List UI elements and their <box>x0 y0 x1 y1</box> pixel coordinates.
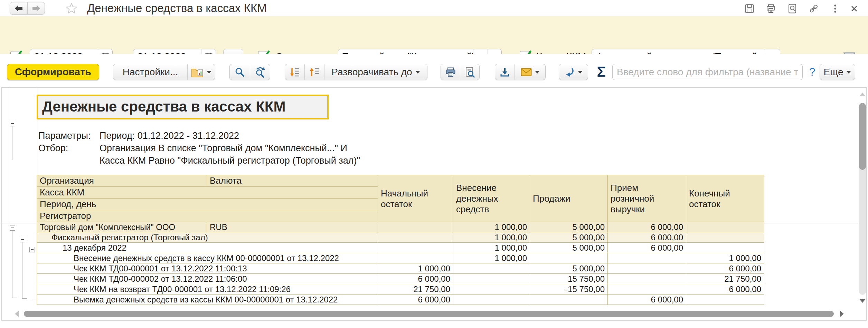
cell-deposit[interactable] <box>453 274 530 284</box>
cell-closing[interactable] <box>686 232 764 243</box>
collapse-organization-group-button[interactable] <box>10 225 15 231</box>
preview-button[interactable] <box>460 64 479 80</box>
vertical-scrollbar-thumb[interactable] <box>859 103 866 170</box>
cell-closing[interactable]: 1 000,00 <box>686 253 764 263</box>
cell-name[interactable]: Выемка денежных средств из кассы ККМ 00-… <box>37 295 378 305</box>
report-variants-button[interactable] <box>187 64 215 80</box>
filter-word-input[interactable] <box>612 64 803 80</box>
cell-opening[interactable] <box>378 232 453 243</box>
cell-opening[interactable]: 6 000,00 <box>378 295 453 305</box>
header-organization[interactable]: Организация <box>37 175 207 187</box>
report-title-cell[interactable]: Денежные средства в кассах ККМ <box>37 95 329 119</box>
cell-closing[interactable]: 6 000,00 <box>686 263 764 274</box>
freeze-line-left <box>2 223 36 223</box>
search-button[interactable] <box>230 64 250 80</box>
undo-button[interactable] <box>559 64 588 80</box>
expand-to-button[interactable]: Разворачивать до <box>324 64 427 80</box>
cell-name[interactable]: Чек ККМ на возврат ТД00-000001 от 13.12.… <box>37 284 378 295</box>
get-link-button[interactable] <box>808 3 820 15</box>
cell-sales[interactable]: 5 000,00 <box>530 243 608 253</box>
cell-retail[interactable] <box>608 253 686 263</box>
cell-closing[interactable]: 21 750,00 <box>686 274 764 284</box>
cell-deposit[interactable]: 1 000,00 <box>453 253 530 263</box>
cell-sales[interactable]: 5 000,00 <box>530 263 608 274</box>
cell-currency[interactable]: RUB <box>207 222 378 232</box>
close-button[interactable] <box>848 3 860 15</box>
header-period-day[interactable]: Период, день <box>37 199 378 210</box>
cell-name[interactable]: Чек ККМ ТД00-000001 от 13.12.2022 11:00:… <box>37 263 378 274</box>
cell-retail[interactable]: 6 000,00 <box>608 243 686 253</box>
cell-retail[interactable] <box>608 274 686 284</box>
more-group: Еще <box>820 64 855 80</box>
cell-retail[interactable]: 6 000,00 <box>608 295 686 305</box>
cell-deposit[interactable]: 1 000,00 <box>453 222 530 232</box>
collapse-cashbox-group-button[interactable] <box>20 237 25 242</box>
print-preview-button[interactable] <box>786 3 798 15</box>
header-retail-receipts[interactable]: Прием розничной выручки <box>608 175 686 222</box>
cell-opening[interactable] <box>378 253 453 263</box>
cell-retail[interactable]: 6 000,00 <box>608 232 686 243</box>
cell-name[interactable]: Чек ККМ ТД00-000002 от 13.12.2022 11:06:… <box>37 274 378 284</box>
cell-closing[interactable] <box>686 243 764 253</box>
collapse-day-group-button[interactable] <box>29 247 35 252</box>
cell-sales[interactable]: 5 000,00 <box>530 232 608 243</box>
more-menu-button[interactable] <box>829 3 841 15</box>
cell-closing[interactable] <box>686 222 764 232</box>
send-email-button[interactable] <box>515 64 545 80</box>
scroll-right-arrow[interactable] <box>840 311 844 317</box>
cell-name[interactable]: Фискальный регистратор (Торговый зал) <box>37 232 378 243</box>
scroll-left-arrow[interactable] <box>15 311 19 317</box>
filter-label: Отбор: <box>38 142 68 154</box>
back-button[interactable] <box>10 2 27 14</box>
print-report-button[interactable] <box>441 64 460 80</box>
scroll-up-arrow[interactable] <box>859 93 866 96</box>
scroll-down-arrow[interactable] <box>859 299 866 303</box>
cell-deposit[interactable]: 1 000,00 <box>453 243 530 253</box>
save-button[interactable] <box>744 3 755 15</box>
cell-opening[interactable]: 21 750,00 <box>378 284 453 295</box>
save-file-button[interactable] <box>495 64 515 80</box>
settings-button[interactable]: Настройки... <box>113 64 187 80</box>
cell-name[interactable]: Торговый дом "Комплексный" ООО <box>37 222 207 232</box>
cell-name[interactable]: Внесение денежных средств в кассу ККМ 00… <box>37 253 378 263</box>
cell-sales[interactable]: 5 000,00 <box>530 222 608 232</box>
favorite-star-icon[interactable] <box>66 2 77 14</box>
search-next-button[interactable] <box>250 64 270 80</box>
cell-deposit[interactable] <box>453 295 530 305</box>
header-opening-balance[interactable]: Начальный остаток <box>378 175 453 222</box>
cell-sales[interactable] <box>530 295 608 305</box>
help-link[interactable]: ? <box>807 64 817 80</box>
forward-button[interactable] <box>27 2 45 14</box>
cell-deposit[interactable] <box>453 284 530 295</box>
cell-name[interactable]: 13 декабря 2022 <box>37 243 378 253</box>
cell-deposit[interactable]: 1 000,00 <box>453 232 530 243</box>
cell-opening[interactable]: 6 000,00 <box>378 274 453 284</box>
header-cash-deposit[interactable]: Внесение денежных средств <box>453 175 530 222</box>
cell-retail[interactable] <box>608 263 686 274</box>
sum-button[interactable]: Σ <box>593 62 610 80</box>
cell-sales[interactable]: -15 750,00 <box>530 284 608 295</box>
collapse-header-group-button[interactable] <box>10 121 15 126</box>
search-icon <box>234 67 245 78</box>
header-registrar[interactable]: Регистратор <box>37 210 378 222</box>
cell-retail[interactable] <box>608 284 686 295</box>
cell-opening[interactable]: 1 000,00 <box>378 263 453 274</box>
header-kkm-cashbox[interactable]: Касса ККМ <box>37 187 378 199</box>
cell-retail[interactable]: 6 000,00 <box>608 222 686 232</box>
cell-sales[interactable] <box>530 253 608 263</box>
cell-deposit[interactable] <box>453 263 530 274</box>
expand-all-button[interactable] <box>285 64 304 80</box>
print-button[interactable] <box>765 3 777 15</box>
header-sales[interactable]: Продажи <box>530 175 608 222</box>
header-currency[interactable]: Валюта <box>207 175 378 187</box>
generate-report-button[interactable]: Сформировать <box>7 64 99 80</box>
horizontal-scrollbar-thumb[interactable] <box>24 311 834 317</box>
collapse-all-button[interactable] <box>304 64 324 80</box>
cell-closing[interactable]: 6 000,00 <box>686 284 764 295</box>
cell-sales[interactable]: 15 750,00 <box>530 274 608 284</box>
cell-opening[interactable] <box>378 243 453 253</box>
more-actions-button[interactable]: Еще <box>820 64 855 80</box>
cell-opening[interactable] <box>378 222 453 232</box>
cell-closing[interactable] <box>686 295 764 305</box>
header-closing-balance[interactable]: Конечный остаток <box>686 175 764 222</box>
